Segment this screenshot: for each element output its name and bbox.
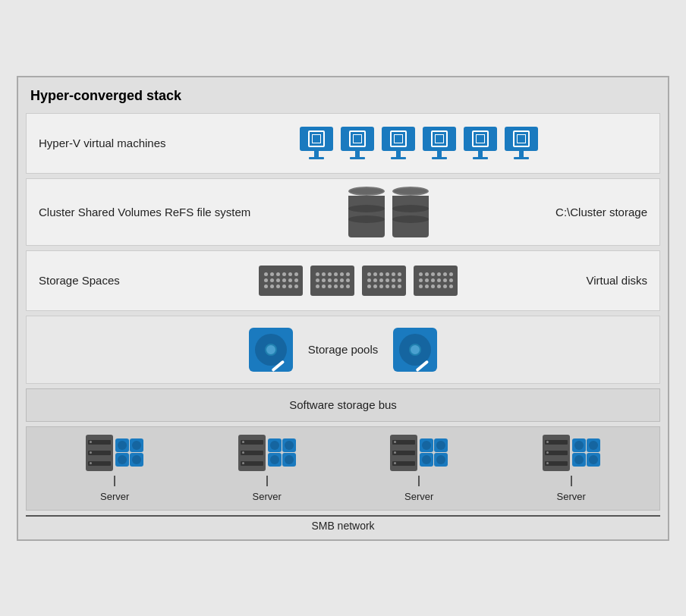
monitor-base <box>309 157 324 159</box>
db-icon-1 <box>348 187 385 237</box>
smb-label: SMB network <box>311 520 374 532</box>
server-tick-3 <box>418 476 420 486</box>
vm-icon-4 <box>423 127 456 159</box>
csv-right-label: C:\Cluster storage <box>526 206 647 218</box>
vm-icon-6 <box>505 127 538 159</box>
hyperv-icons <box>190 127 647 159</box>
storage-spaces-layer: Storage Spaces <box>26 250 660 311</box>
server-body-3 <box>390 435 417 471</box>
server-label-3: Server <box>404 491 433 502</box>
csv-label: Cluster Shared Volumes ReFS file system <box>39 206 250 218</box>
main-container: Hyper-converged stack Hyper-V virtual ma… <box>17 76 669 541</box>
server-label-4: Server <box>557 491 586 502</box>
server-with-disks-4 <box>543 435 600 471</box>
server-item-4: Server <box>543 435 600 502</box>
storage-pools-label: Storage pools <box>308 343 379 356</box>
monitor-stand <box>314 151 319 157</box>
db-icon-2 <box>392 187 429 237</box>
csv-layer: Cluster Shared Volumes ReFS file system … <box>26 178 660 246</box>
server-with-disks-1 <box>86 435 143 471</box>
hyperv-layer: Hyper-V virtual machines <box>26 113 660 174</box>
server-disks-2 <box>268 438 296 467</box>
server-with-disks-3 <box>390 435 448 471</box>
software-bus-label: Software storage bus <box>289 398 397 411</box>
db-body <box>348 196 385 237</box>
hdd-icon-1 <box>249 328 293 372</box>
storage-spaces-label: Storage Spaces <box>39 274 190 287</box>
server-item-3: Server <box>390 435 448 502</box>
raid-icon-3 <box>362 266 406 296</box>
server-body-4 <box>543 435 570 471</box>
server-disks-3 <box>420 438 448 467</box>
hdd-icon-2 <box>393 328 437 372</box>
server-with-disks-2 <box>238 435 296 471</box>
server-tick-1 <box>114 476 115 486</box>
vm-icon-2 <box>341 127 374 159</box>
smb-container: SMB network <box>26 515 660 532</box>
raid-icon-1 <box>259 266 303 296</box>
db-top <box>348 187 385 196</box>
server-body-1 <box>86 435 113 471</box>
server-tick-4 <box>571 476 572 486</box>
software-bus-layer: Software storage bus <box>26 388 660 422</box>
server-item-2: Server <box>238 435 296 502</box>
raid-icon-4 <box>414 266 458 296</box>
vm-icon-5 <box>464 127 497 159</box>
virtual-disks-label: Virtual disks <box>526 274 647 287</box>
hyperv-label: Hyper-V virtual machines <box>39 137 190 149</box>
csv-icons <box>250 187 526 237</box>
vm-icon-1 <box>300 127 333 159</box>
page-title: Hyper-converged stack <box>26 85 660 107</box>
server-disks-4 <box>572 438 600 467</box>
storage-pools-layer: Storage pools <box>26 316 660 384</box>
raid-icon-2 <box>310 266 354 296</box>
server-label-2: Server <box>253 491 282 502</box>
vm-box-icon <box>308 130 325 147</box>
server-body-2 <box>238 435 266 471</box>
smb-line <box>26 515 660 517</box>
server-disks-1 <box>115 438 143 467</box>
storage-spaces-icons <box>190 266 526 296</box>
server-tick-2 <box>266 476 268 486</box>
vm-icon-3 <box>382 127 415 159</box>
server-item-1: Server <box>86 435 143 502</box>
monitor-screen <box>300 127 333 151</box>
server-label-1: Server <box>100 491 129 502</box>
servers-layer: Server Server <box>26 426 660 511</box>
